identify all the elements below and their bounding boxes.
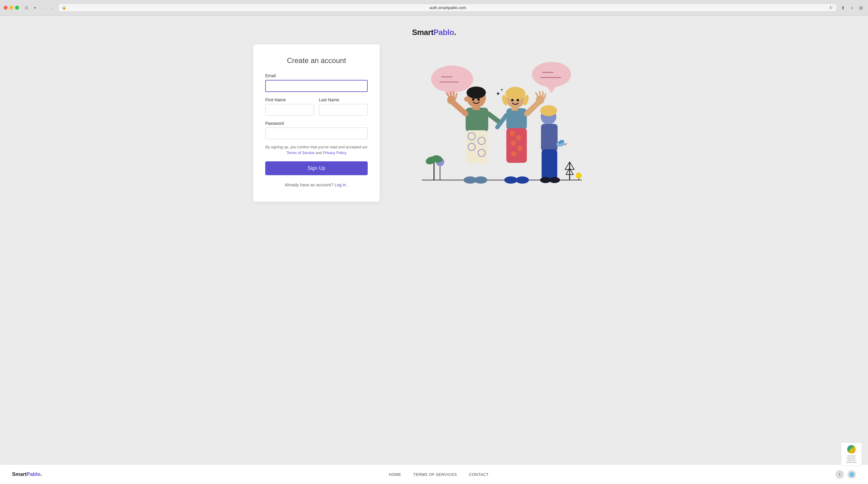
main-area: Create an account Email First Name Last …: [253, 44, 615, 202]
period-text: .: [347, 182, 348, 187]
terms-before-text: By signing up, you confirm that you've r…: [266, 145, 368, 149]
svg-line-24: [456, 94, 457, 98]
svg-point-39: [510, 141, 516, 146]
recaptcha-text: Ochrana súkromia · Zmluvné podmienky: [844, 455, 859, 463]
traffic-lights: [4, 6, 19, 10]
footer-logo: SmartPablo.: [12, 471, 42, 477]
lock-icon: 🔒: [62, 6, 66, 10]
new-tab-icon[interactable]: +: [849, 4, 855, 11]
svg-line-19: [452, 102, 466, 114]
logo-text: SmartPablo.: [412, 28, 456, 37]
nav-arrows: ‹ ›: [41, 4, 55, 11]
minimize-button[interactable]: [9, 6, 13, 10]
browser-right-controls: ⬆ + ⊞: [840, 4, 864, 11]
svg-point-38: [516, 135, 521, 141]
footer-home-link[interactable]: HOME: [389, 472, 401, 477]
svg-point-37: [510, 130, 515, 136]
logo-pablo: Pablo: [433, 28, 454, 37]
svg-line-47: [545, 94, 546, 98]
logo: SmartPablo.: [412, 28, 456, 37]
reload-icon[interactable]: ↻: [830, 5, 833, 10]
svg-text:✦: ✦: [500, 88, 503, 92]
login-link[interactable]: Log in: [335, 182, 346, 187]
svg-rect-34: [506, 108, 527, 130]
svg-point-31: [505, 87, 525, 100]
svg-line-42: [527, 102, 539, 114]
back-arrow-icon[interactable]: ‹: [41, 4, 48, 11]
svg-marker-5: [547, 87, 556, 93]
signup-form-card: Create an account Email First Name Last …: [253, 44, 380, 202]
first-name-group: First Name: [265, 97, 314, 116]
svg-rect-35: [512, 105, 518, 111]
last-name-group: Last Name: [319, 97, 368, 116]
forward-arrow-icon[interactable]: ›: [49, 4, 55, 11]
svg-line-23: [454, 92, 454, 96]
svg-point-11: [464, 97, 469, 102]
svg-line-25: [488, 114, 500, 123]
terms-text: By signing up, you confirm that you've r…: [265, 145, 368, 156]
svg-marker-60: [564, 143, 568, 146]
footer-logo-dot: .: [40, 471, 42, 477]
terms-of-service-link[interactable]: Terms of Service: [287, 151, 315, 155]
email-group: Email: [265, 73, 368, 92]
svg-point-28: [472, 98, 474, 101]
svg-point-29: [477, 98, 480, 101]
svg-point-50: [516, 176, 529, 184]
password-input[interactable]: [265, 127, 368, 139]
svg-point-58: [549, 177, 560, 183]
fullscreen-button[interactable]: [15, 6, 19, 10]
svg-rect-13: [472, 104, 480, 110]
and-text: and: [315, 151, 322, 155]
grid-icon[interactable]: ⊞: [858, 4, 864, 11]
first-name-label: First Name: [265, 97, 314, 102]
url-text: auth.smartpablo.com: [68, 5, 828, 10]
facebook-icon[interactable]: f: [835, 470, 844, 479]
svg-point-54: [540, 105, 557, 116]
name-row: First Name Last Name: [265, 97, 368, 116]
sidebar-toggle[interactable]: ⊡ ▾: [23, 4, 38, 11]
address-bar[interactable]: 🔒 auth.smartpablo.com ↻: [58, 4, 837, 12]
recaptcha-logo-icon: r: [847, 445, 856, 454]
svg-line-44: [536, 93, 538, 97]
svg-point-41: [511, 151, 517, 156]
svg-rect-36: [506, 128, 527, 163]
browser-chrome: ⊡ ▾ ‹ › 🔒 auth.smartpablo.com ↻ ⬆ + ⊞: [0, 0, 868, 16]
login-text: Already have an account? Log in .: [265, 182, 368, 187]
email-input[interactable]: [265, 80, 368, 92]
password-label: Password: [265, 121, 368, 126]
already-account-text: Already have an account?: [284, 182, 333, 187]
signup-button[interactable]: Sign Up: [265, 161, 368, 175]
hero-illustration: ✦ ✦: [407, 50, 594, 195]
logo-dot: .: [454, 28, 456, 37]
svg-point-0: [431, 65, 473, 93]
form-title: Create an account: [265, 56, 368, 65]
svg-point-49: [504, 176, 518, 184]
footer-contact-link[interactable]: CONTACT: [469, 472, 489, 477]
password-group: Password: [265, 121, 368, 139]
last-name-input[interactable]: [319, 104, 368, 116]
footer-logo-smart: Smart: [12, 471, 27, 477]
footer-terms-link[interactable]: TERMS OF SERVICES: [413, 472, 457, 477]
logo-smart: Smart: [412, 28, 433, 37]
svg-point-27: [474, 176, 487, 184]
svg-point-4: [532, 62, 571, 87]
share-icon[interactable]: ⬆: [840, 4, 846, 11]
svg-point-71: [576, 173, 582, 179]
page-content: SmartPablo. Create an account Email Firs…: [0, 16, 868, 464]
svg-rect-12: [466, 108, 488, 132]
footer: SmartPablo. HOME TERMS OF SERVICES CONTA…: [0, 464, 868, 484]
svg-point-10: [467, 87, 486, 99]
footer-social: f 🌐: [835, 470, 856, 479]
close-button[interactable]: [4, 6, 7, 10]
svg-rect-14: [466, 130, 487, 163]
first-name-input[interactable]: [265, 104, 314, 116]
email-label: Email: [265, 73, 368, 78]
svg-point-51: [511, 99, 514, 101]
sidebar-icon[interactable]: ⊡: [23, 4, 30, 11]
svg-text:✦: ✦: [496, 91, 500, 97]
last-name-label: Last Name: [319, 97, 368, 102]
chevron-down-icon[interactable]: ▾: [32, 4, 38, 11]
privacy-policy-link[interactable]: Privacy Policy: [323, 151, 347, 155]
footer-nav: HOME TERMS OF SERVICES CONTACT: [389, 472, 489, 477]
globe-icon[interactable]: 🌐: [847, 470, 856, 479]
